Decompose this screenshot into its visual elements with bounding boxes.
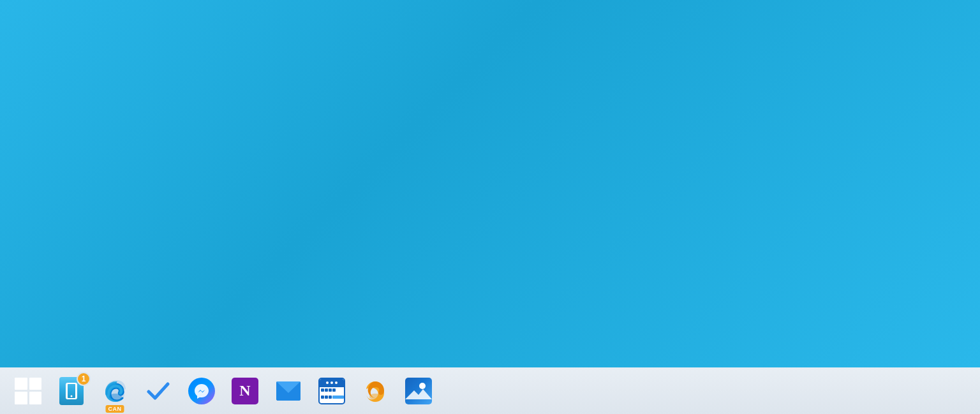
todo-icon: [145, 378, 172, 404]
phone-icon: [66, 383, 77, 399]
svg-marker-7: [405, 389, 432, 399]
edge-canary-icon: [101, 378, 128, 404]
edge-orange-icon: [362, 378, 389, 404]
notification-badge: 1: [77, 372, 91, 386]
svg-point-6: [369, 394, 381, 400]
photos-button[interactable]: [398, 371, 439, 411]
svg-point-1: [71, 395, 73, 397]
calendar-icon: [318, 378, 345, 404]
messenger-icon: [188, 378, 215, 404]
calendar-header: [320, 379, 344, 387]
svg-point-2: [109, 394, 122, 400]
onenote-button[interactable]: N: [225, 371, 265, 411]
mail-icon: [275, 379, 302, 403]
todo-button[interactable]: [138, 371, 179, 411]
edge-canary-button[interactable]: CAN: [94, 371, 135, 411]
messenger-logo: [193, 383, 210, 399]
calendar-body: [320, 387, 344, 403]
photos-mountain-svg: [405, 387, 432, 399]
onenote-icon: N: [232, 378, 258, 404]
desktop: [0, 0, 980, 367]
photos-icon: [405, 378, 432, 404]
calendar-button[interactable]: [311, 371, 352, 411]
can-label: CAN: [106, 405, 124, 413]
checkmark-svg: [145, 378, 172, 404]
svg-rect-0: [67, 383, 76, 399]
onenote-letter: N: [239, 382, 250, 399]
edge-orange-button[interactable]: [355, 371, 396, 411]
taskbar: 1 CAN: [0, 367, 980, 414]
windows-logo-icon: [15, 378, 41, 404]
start-button[interactable]: [8, 371, 48, 411]
mail-button[interactable]: [268, 371, 309, 411]
messenger-button[interactable]: [181, 371, 222, 411]
phone-link-button[interactable]: 1: [51, 371, 92, 411]
